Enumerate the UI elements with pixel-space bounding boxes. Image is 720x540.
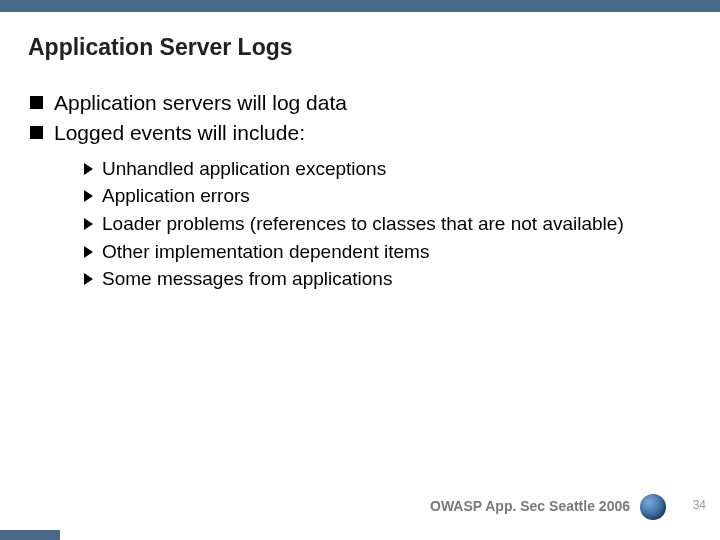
list-item-label: Logged events will include: — [54, 121, 305, 144]
list-item-label: Loader problems (references to classes t… — [102, 213, 624, 234]
page-number: 34 — [693, 498, 706, 512]
list-item: Loader problems (references to classes t… — [84, 211, 692, 237]
list-item-label: Unhandled application exceptions — [102, 158, 386, 179]
list-item: Application servers will log data — [30, 89, 692, 117]
bullet-list-level2: Unhandled application exceptions Applica… — [54, 156, 692, 292]
list-item: Application errors — [84, 183, 692, 209]
slide-title: Application Server Logs — [28, 34, 692, 61]
bullet-list-level1: Application servers will log data Logged… — [28, 89, 692, 292]
list-item: Other implementation dependent items — [84, 239, 692, 265]
list-item: Unhandled application exceptions — [84, 156, 692, 182]
list-item-label: Application servers will log data — [54, 91, 347, 114]
list-item-label: Application errors — [102, 185, 250, 206]
list-item: Logged events will include: Unhandled ap… — [30, 119, 692, 292]
list-item: Some messages from applications — [84, 266, 692, 292]
bottom-accent-bar — [0, 530, 60, 540]
globe-icon — [640, 494, 666, 520]
top-accent-bar — [0, 0, 720, 12]
list-item-label: Some messages from applications — [102, 268, 392, 289]
footer-text: OWASP App. Sec Seattle 2006 — [430, 498, 630, 514]
list-item-label: Other implementation dependent items — [102, 241, 429, 262]
slide-footer: OWASP App. Sec Seattle 2006 34 — [0, 488, 720, 518]
slide-content: Application Server Logs Application serv… — [0, 12, 720, 292]
